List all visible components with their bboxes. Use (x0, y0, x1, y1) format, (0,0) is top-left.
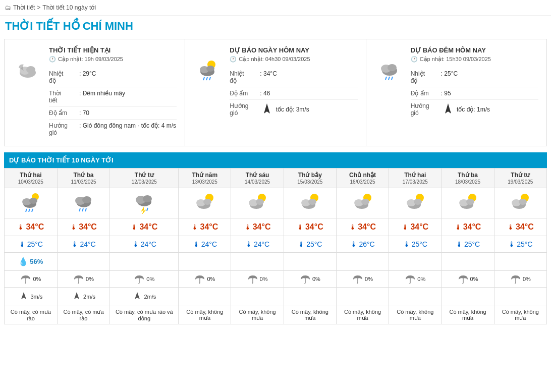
forecast-rain-pct (57, 253, 110, 271)
svg-marker-10 (264, 103, 270, 114)
panel-day-update: 🕐 Cập nhật: 04h30 09/03/2025 (230, 56, 357, 63)
forecast-day-header: Thứ tư12/03/2025 (110, 169, 179, 188)
svg-line-15 (389, 77, 390, 80)
svg-point-21 (29, 198, 37, 204)
current-humidity-row: Độ ẩm : 70 (49, 107, 177, 120)
forecast-umbrella-pct: 0% (5, 271, 58, 288)
forecast-day-icon (389, 188, 442, 218)
svg-marker-76 (135, 292, 140, 299)
svg-line-16 (392, 77, 393, 80)
panel-day-title: DỰ BÁO NGÀY HÔM NAY (230, 46, 357, 54)
page-title: THỜI TIẾT HỒ CHÍ MINH (0, 16, 551, 39)
forecast-header: DỰ BÁO THỜI TIẾT 10 NGÀY TỚI (4, 152, 547, 168)
forecast-day-icon (179, 188, 231, 218)
forecast-day-header: Thứ ba11/03/2025 (57, 169, 110, 188)
svg-point-13 (388, 64, 397, 71)
forecast-day-header: Thứ năm13/03/2025 (179, 169, 231, 188)
forecast-day-icon (336, 188, 389, 218)
forecast-umbrella-pct: 0% (336, 271, 389, 288)
forecast-rain-pct (179, 253, 231, 271)
forecast-umbrella-pct: 0% (494, 271, 546, 288)
forecast-day-header: Chủ nhật16/03/2025 (336, 169, 389, 188)
forecast-low-temp: 🌡25°C (284, 236, 336, 253)
forecast-day-header: Thứ tư19/03/2025 (494, 169, 546, 188)
day-weather-icon (193, 46, 224, 83)
clock-icon: 🕐 (49, 56, 56, 63)
forecast-wind (442, 288, 494, 306)
svg-marker-34 (141, 207, 147, 214)
svg-line-8 (206, 77, 207, 80)
forecast-day-icon (442, 188, 494, 218)
forecast-desc: Có mây, không mưa (442, 306, 494, 324)
desc-row: Có mây, có mưa ràoCó mây, có mưa ràoCó m… (5, 306, 547, 324)
breadcrumb-parent[interactable]: Thời tiết (13, 4, 35, 11)
forecast-high-temp: 🌡34°C (231, 218, 284, 236)
forecast-day-icon (5, 188, 58, 218)
day-humidity-row: Độ ẩm : 46 (230, 87, 357, 100)
forecast-header-row: Thứ hai10/03/2025Thứ ba11/03/2025Thứ tư1… (5, 169, 547, 188)
folder-icon: 🗂 (5, 4, 11, 11)
current-wind-row: Hướnggió : Gió đông đông nam - tốc độ: 4… (49, 120, 177, 139)
forecast-high-temp: 🌡34°C (442, 218, 494, 236)
forecast-rain-pct (389, 253, 442, 271)
clock-icon-day: 🕐 (230, 56, 237, 63)
current-weather-row: THỜI TIẾT HIỆN TẠI 🕐 Cập nhật: 19h 09/03… (4, 39, 547, 146)
forecast-wind (284, 288, 336, 306)
umbrella-row: 0% 0% 0% 0% 0% (5, 271, 547, 288)
svg-point-47 (308, 199, 316, 205)
forecast-wind (336, 288, 389, 306)
day-wind-row: Hướnggió tốc độ: 3m/s (230, 100, 357, 120)
icon-row (5, 188, 547, 218)
forecast-umbrella-pct: 0% (389, 271, 442, 288)
forecast-day-icon (231, 188, 284, 218)
svg-line-35 (147, 208, 148, 211)
forecast-rain-pct: 💧56% (5, 253, 58, 271)
forecast-rain-pct (284, 253, 336, 271)
svg-marker-17 (445, 103, 451, 114)
night-weather-icon (374, 46, 405, 83)
forecast-desc: Có mây, có mưa rào (57, 306, 110, 324)
svg-point-63 (519, 199, 527, 205)
night-temp-row: Nhiệtđộ : 25°C (411, 68, 538, 87)
forecast-high-temp: 🌡34°C (284, 218, 336, 236)
day-temp-row: Nhiệtđộ : 34°C (230, 68, 357, 87)
svg-line-30 (85, 208, 86, 211)
panel-current-update: 🕐 Cập nhật: 19h 09/03/2025 (49, 56, 177, 63)
forecast-umbrella-pct: 0% (179, 271, 231, 288)
forecast-wind (231, 288, 284, 306)
forecast-high-temp: 🌡34°C (179, 218, 231, 236)
panel-night-title: DỰ BÁO ĐÊM HÔM NAY (411, 46, 538, 54)
current-weather-icon (13, 46, 43, 83)
forecast-day-icon (57, 188, 110, 218)
svg-line-14 (385, 77, 387, 80)
forecast-low-temp: 🌡25°C (494, 236, 546, 253)
breadcrumb-current: Thời tiết 10 ngày tới (42, 4, 96, 11)
forecast-umbrella-pct: 0% (231, 271, 284, 288)
forecast-high-temp: 🌡34°C (494, 218, 546, 236)
forecast-low-temp: 🌡24°C (179, 236, 231, 253)
forecast-rain-pct (231, 253, 284, 271)
clock-icon-night: 🕐 (411, 56, 418, 63)
svg-line-23 (29, 209, 30, 212)
svg-line-29 (82, 208, 83, 211)
forecast-high-temp: 🌡34°C (336, 218, 389, 236)
forecast-wind: 2m/s (110, 288, 179, 306)
forecast-body: 🌡34°C🌡34°C🌡34°C🌡34°C🌡34°C🌡34°C🌡34°C🌡34°C… (5, 188, 547, 324)
forecast-desc: Có mây, không mưa (231, 306, 284, 324)
forecast-low-temp: 🌡24°C (231, 236, 284, 253)
forecast-wind (179, 288, 231, 306)
forecast-low-temp: 🌡24°C (110, 236, 179, 253)
svg-point-55 (414, 199, 422, 205)
forecast-desc: Có mây, không mưa (389, 306, 442, 324)
svg-line-9 (209, 77, 210, 80)
panel-day: DỰ BÁO NGÀY HÔM NAY 🕐 Cập nhật: 04h30 09… (185, 39, 366, 146)
svg-point-43 (256, 199, 264, 205)
svg-line-22 (26, 209, 27, 212)
svg-marker-75 (74, 292, 79, 299)
panel-night-update: 🕐 Cập nhật: 15h30 09/03/2025 (411, 56, 538, 63)
forecast-desc: Có mây, có mưa rào (5, 306, 58, 324)
panel-night: DỰ BÁO ĐÊM HÔM NAY 🕐 Cập nhật: 15h30 09/… (366, 39, 546, 146)
svg-line-28 (79, 208, 80, 211)
forecast-day-header: Thứ ba18/03/2025 (442, 169, 494, 188)
forecast-umbrella-pct: 0% (110, 271, 179, 288)
